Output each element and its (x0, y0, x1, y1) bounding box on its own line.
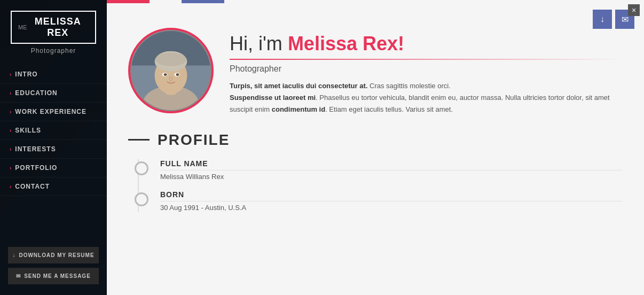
avatar (128, 28, 214, 113)
chevron-icon: › (10, 109, 12, 115)
download-action-button[interactable]: ↓ (593, 10, 612, 29)
svg-point-11 (164, 73, 167, 76)
chevron-icon: › (10, 146, 12, 152)
nav-label: PORTFOLIO (15, 164, 57, 172)
section-title-wrap: PROFILE (128, 131, 623, 149)
email-icon: ✉ (622, 14, 629, 25)
svg-point-8 (156, 52, 186, 67)
sidebar-item-interests[interactable]: ›INTERESTS (0, 140, 107, 159)
nav-label: WORK EXPERIENCE (15, 108, 87, 115)
accent-blue (182, 0, 224, 3)
sidebar-logo: ME MELISSA REX (11, 11, 96, 44)
nav-label: SKILLS (15, 127, 41, 134)
full-name-value: Melissa Willians Rex (160, 173, 623, 181)
sidebar-item-skills[interactable]: ›SKILLS (0, 121, 107, 140)
sidebar-nav: ›INTRO›EDUCATION›WORK EXPERIENCE›SKILLS›… (0, 65, 107, 242)
profile-born: BORN 30 Aug 1991 - Austin, U.S.A (160, 190, 623, 212)
section-title: PROFILE (158, 131, 230, 149)
nav-label: INTERESTS (15, 145, 56, 153)
timeline-dot-name (135, 161, 148, 175)
hero-greeting: Hi, i'm Melissa Rex! (230, 33, 623, 55)
accent-red (107, 0, 150, 3)
profile-timeline: FULL NAME Melissa Willians Rex BORN 30 A… (128, 159, 623, 212)
accent-gap2 (224, 0, 644, 3)
chevron-icon: › (10, 165, 12, 171)
hero-divider (230, 59, 623, 60)
profile-section: PROFILE FULL NAME Melissa Willians Rex B… (107, 131, 644, 232)
download-label: DOWNLOAD MY RESUME (19, 252, 94, 258)
avatar-image (130, 28, 211, 113)
sidebar-item-intro[interactable]: ›INTRO (0, 65, 107, 84)
chevron-icon: › (10, 184, 12, 190)
sidebar-item-work[interactable]: ›WORK EXPERIENCE (0, 103, 107, 121)
hero-text: Hi, i'm Melissa Rex! Photographer Turpis… (230, 28, 623, 115)
timeline-dot-born (135, 192, 148, 206)
nav-label: INTRO (15, 71, 37, 78)
born-label: BORN (160, 190, 623, 201)
full-name-label: FULL NAME (160, 159, 623, 170)
sidebar-buttons: ↓DOWNLOAD MY RESUME✉SEND ME A MESSAGE (0, 242, 107, 290)
nav-label: EDUCATION (15, 89, 57, 97)
hero-subtitle: Photographer (230, 64, 623, 74)
sidebar-item-portfolio[interactable]: ›PORTFOLIO (0, 159, 107, 177)
sidebar-item-contact[interactable]: ›CONTACT (0, 177, 107, 196)
sidebar-subtitle: Photographer (31, 47, 76, 55)
logo-me: ME (18, 24, 27, 30)
download-icon: ↓ (600, 14, 604, 24)
profile-full-name: FULL NAME Melissa Willians Rex (160, 159, 623, 181)
nav-label: CONTACT (15, 183, 50, 190)
sidebar-download-button[interactable]: ↓DOWNLOAD MY RESUME (8, 247, 99, 263)
accent-bar (107, 0, 644, 3)
sidebar-message-button[interactable]: ✉SEND ME A MESSAGE (8, 268, 99, 284)
download-icon: ↓ (12, 252, 15, 258)
chevron-icon: › (10, 90, 12, 96)
chevron-icon: › (10, 72, 12, 77)
logo-name: MELISSA REX (27, 16, 89, 38)
section-line (128, 139, 150, 141)
sidebar-item-education[interactable]: ›EDUCATION (0, 84, 107, 103)
born-value: 30 Aug 1991 - Austin, U.S.A (160, 204, 623, 212)
chevron-icon: › (10, 128, 12, 134)
avatar-wrap (128, 28, 214, 113)
hero-bio: Turpis, sit amet iaculis dui consectetur… (230, 80, 623, 115)
sidebar: ME MELISSA REX Photographer ›INTRO›EDUCA… (0, 0, 107, 295)
message-label: SEND ME A MESSAGE (24, 273, 91, 279)
close-button[interactable]: × (628, 4, 640, 16)
message-icon: ✉ (16, 273, 21, 279)
accent-gap1 (150, 0, 182, 3)
main-content: ↓ ✉ (107, 0, 644, 295)
svg-point-12 (176, 73, 179, 76)
hero-section: Hi, i'm Melissa Rex! Photographer Turpis… (107, 6, 644, 131)
